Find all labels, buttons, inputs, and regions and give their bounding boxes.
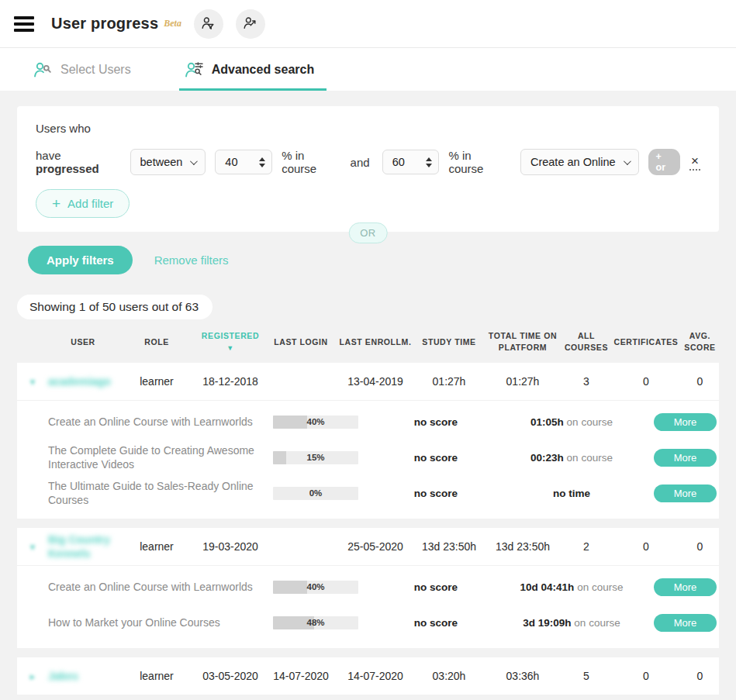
course-score: no score <box>358 452 513 464</box>
sort-desc-icon: ▼ <box>226 344 234 352</box>
course-row: The Ultimate Guide to Sales-Ready Online… <box>17 475 719 511</box>
stepper-icons[interactable] <box>426 157 432 167</box>
unit-min-label: % in course <box>282 149 337 175</box>
course-time: 10d 04:41h on course <box>513 581 630 593</box>
user-filter-button[interactable] <box>194 9 223 39</box>
col-study-time[interactable]: STUDY TIME <box>414 336 484 348</box>
unit-max-label: % in course <box>448 149 504 175</box>
col-user[interactable]: USER <box>48 336 118 348</box>
col-role[interactable]: ROLE <box>118 336 195 348</box>
collapse-caret-icon[interactable]: ▾ <box>17 376 48 388</box>
certificates-cell: 0 <box>611 540 681 553</box>
add-or-condition-button[interactable]: + or <box>648 149 681 175</box>
col-avg-score[interactable]: AVG. SCORE <box>681 330 719 353</box>
study-time-cell: 01:27h <box>414 375 484 388</box>
expand-caret-icon[interactable]: ▸ <box>17 671 48 682</box>
last-enrollment-cell: 13-04-2019 <box>337 375 414 388</box>
person-search-icon <box>33 60 53 79</box>
menu-icon[interactable] <box>14 16 34 32</box>
col-certificates[interactable]: CERTIFICATES <box>611 336 681 348</box>
min-percent-value: 40 <box>225 156 237 168</box>
progress-bar: 0% <box>273 487 358 500</box>
course-title: How to Market your Online Courses <box>48 616 273 630</box>
course-row: Create an Online Course with Learnworlds… <box>17 404 719 440</box>
chevron-down-icon <box>190 157 198 165</box>
user-card: ▾ Big Country Kennels learner 19-03-2020… <box>17 528 719 648</box>
top-bar: User progress Beta <box>0 0 736 48</box>
course-score: no score <box>358 416 513 428</box>
progress-bar: 15% <box>273 451 358 464</box>
course-title: The Complete Guide to Creating Awesome I… <box>48 443 273 473</box>
person-arrow-icon <box>242 16 258 32</box>
more-button[interactable]: More <box>654 449 717 467</box>
progress-bar: 40% <box>273 581 358 594</box>
user-export-button[interactable] <box>236 9 265 39</box>
registered-cell: 18-12-2018 <box>195 375 265 388</box>
tab-select-users[interactable]: Select Users <box>29 48 134 91</box>
progress-bar: 48% <box>273 616 358 629</box>
course-select[interactable]: Create an Online <box>520 149 639 175</box>
avg-score-cell: 0 <box>681 540 719 553</box>
registered-cell: 19-03-2020 <box>195 540 265 553</box>
course-score: no score <box>358 488 513 499</box>
plus-icon: + <box>52 196 60 211</box>
table-row: ▾ academiago learner 18-12-2018 13-04-20… <box>17 363 719 400</box>
col-registered[interactable]: REGISTERED ▼ <box>195 330 265 353</box>
filter-actions: Apply filters Remove filters <box>28 246 719 274</box>
username-link[interactable]: Big Country Kennels <box>48 533 118 560</box>
course-time: 3d 19:09h on course <box>513 617 630 629</box>
course-row: Create an Online Course with Learnworlds… <box>17 569 719 605</box>
filter-prefix: have progressed <box>36 149 121 175</box>
progress-label: 48% <box>273 616 358 629</box>
add-filter-button[interactable]: + Add filter <box>36 189 130 218</box>
course-title: Create an Online Course with Learnworlds <box>48 415 273 429</box>
col-last-enrollment[interactable]: LAST ENROLLM. <box>337 336 414 348</box>
username-link[interactable]: Jakes <box>48 669 118 683</box>
more-button[interactable]: More <box>654 484 717 502</box>
study-time-cell: 13d 23:50h <box>414 540 484 553</box>
more-button[interactable]: More <box>654 413 717 431</box>
progress-label: 40% <box>273 581 358 594</box>
add-filter-label: Add filter <box>67 197 113 210</box>
username-link[interactable]: academiago <box>48 374 118 388</box>
filter-panel: Users who have progressed between 40 % i… <box>17 106 719 232</box>
registered-cell: 03-05-2020 <box>195 670 265 682</box>
tab-bar: Select Users Advanced search <box>0 48 736 91</box>
more-button[interactable]: More <box>654 578 717 596</box>
tab-advanced-search[interactable]: Advanced search <box>181 48 318 91</box>
chevron-down-icon <box>624 157 631 165</box>
operator-select[interactable]: between <box>130 149 206 175</box>
course-time: no time <box>513 488 630 499</box>
table-header: USER ROLE REGISTERED ▼ LAST LOGIN LAST E… <box>17 319 719 363</box>
page-title: User progress <box>51 15 158 33</box>
col-last-login[interactable]: LAST LOGIN <box>265 336 337 348</box>
remove-condition-icon[interactable]: × <box>689 154 700 171</box>
col-all-courses[interactable]: ALL COURSES <box>562 330 611 353</box>
avg-score-cell: 0 <box>681 375 719 388</box>
progress-bar: 40% <box>273 416 358 429</box>
last-enrollment-cell: 14-07-2020 <box>337 670 414 682</box>
results-summary: Showing 1 of 50 users out of 63 <box>17 295 213 319</box>
remove-filters-link[interactable]: Remove filters <box>154 253 229 267</box>
collapse-caret-icon[interactable]: ▾ <box>17 541 48 553</box>
all-courses-cell: 2 <box>562 540 611 553</box>
progress-label: 40% <box>273 416 358 429</box>
filter-row: have progressed between 40 % in course a… <box>36 149 700 175</box>
course-time: 00:23h on course <box>513 452 630 464</box>
person-filter-search-icon <box>184 60 204 79</box>
more-button[interactable]: More <box>654 614 717 632</box>
last-login-cell: 14-07-2020 <box>265 670 337 682</box>
stepper-icons[interactable] <box>259 157 265 167</box>
users-table: USER ROLE REGISTERED ▼ LAST LOGIN LAST E… <box>17 319 719 700</box>
certificates-cell: 0 <box>611 375 681 388</box>
col-total-time[interactable]: TOTAL TIME ON PLATFORM <box>484 330 562 353</box>
progress-label: 15% <box>273 451 358 464</box>
max-percent-input[interactable]: 60 <box>382 150 440 174</box>
role-cell: learner <box>118 375 195 388</box>
user-card: ▾ academiago learner 18-12-2018 13-04-20… <box>17 363 719 519</box>
course-score: no score <box>358 581 513 593</box>
min-percent-input[interactable]: 40 <box>215 150 272 174</box>
role-cell: learner <box>118 670 195 682</box>
filter-heading: Users who <box>36 122 700 135</box>
apply-filters-button[interactable]: Apply filters <box>28 246 133 274</box>
